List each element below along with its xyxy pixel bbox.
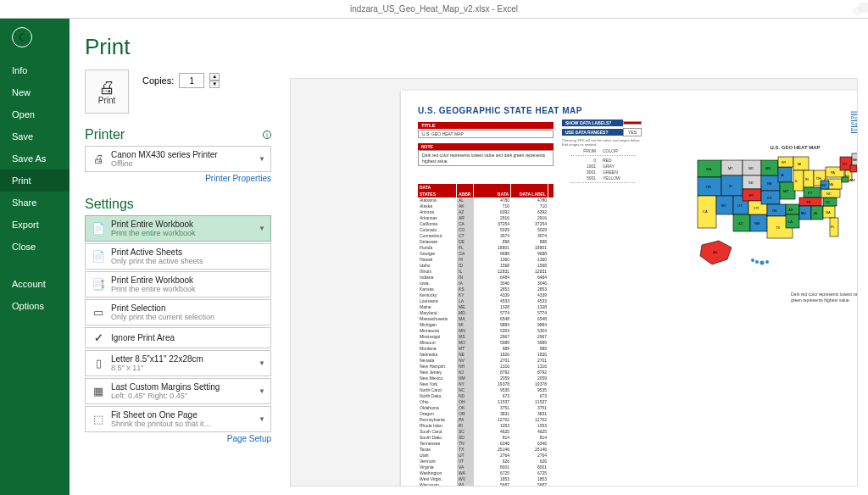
ext-link[interactable]: Product Page bbox=[851, 115, 858, 120]
table-row: WisconsinWI56875687 bbox=[418, 482, 554, 487]
printer-name: Canon MX430 series Printer bbox=[111, 150, 253, 159]
back-button[interactable] bbox=[12, 27, 32, 47]
sidebar-item-share[interactable]: Share bbox=[0, 192, 70, 214]
copies-down[interactable]: ▼ bbox=[209, 81, 220, 88]
back-arrow-icon bbox=[17, 32, 27, 42]
table-row: MontanaMT989989 bbox=[418, 346, 554, 352]
print-button[interactable]: 🖨 Print bbox=[85, 70, 129, 114]
ext-link[interactable]: Support Page bbox=[851, 121, 858, 126]
page-setup-link[interactable]: Page Setup bbox=[85, 434, 271, 443]
copies-up[interactable]: ▲ bbox=[209, 73, 220, 81]
title-strip-value: U.S. GEO HEAT MAP bbox=[418, 130, 554, 138]
sidebar-item-account[interactable]: Account bbox=[0, 273, 70, 295]
setting-2[interactable]: 📑 Print Entire WorkbookPrint the entire … bbox=[85, 271, 271, 298]
svg-point-89 bbox=[760, 261, 765, 265]
table-row: MissouriMO59895989 bbox=[418, 340, 554, 346]
note-head: NOTE bbox=[418, 143, 554, 150]
map-title: U.S. GEO HEAT MAP bbox=[689, 145, 858, 150]
copies-input[interactable] bbox=[179, 73, 204, 88]
svg-text:VA: VA bbox=[829, 182, 833, 186]
svg-text:SC: SC bbox=[826, 200, 831, 204]
table-row: Rhode Islan.RI10531053 bbox=[418, 423, 554, 429]
table-row: OhioOH1153711537 bbox=[418, 399, 554, 405]
table-row: AlaskaAK710710 bbox=[418, 203, 554, 209]
svg-rect-82 bbox=[850, 165, 857, 172]
sheet-title: U.S. GEOGRAPHIC STATE HEAT MAP bbox=[418, 106, 858, 115]
chevron-down-icon: ▼ bbox=[259, 387, 265, 395]
svg-text:AL: AL bbox=[814, 211, 819, 215]
svg-text:NY: NY bbox=[843, 162, 848, 166]
svg-text:WI: WI bbox=[782, 160, 786, 164]
table-row: KentuckyKY43394339 bbox=[418, 292, 554, 298]
table-row: KansasKS28532853 bbox=[418, 286, 554, 292]
svg-text:UT: UT bbox=[737, 203, 743, 208]
svg-text:KS: KS bbox=[767, 196, 772, 200]
table-row: West Virgin.WV18531853 bbox=[418, 476, 554, 482]
setting-5[interactable]: ▯ Letter 8.5"x11" 22x28cm8.5" x 11" ▼ bbox=[85, 350, 271, 376]
setting-icon: ▦ bbox=[91, 385, 106, 398]
external-links: www.indzara.comProduct PageSupport PageE… bbox=[851, 109, 858, 133]
table-row: VirginiaVA80018001 bbox=[418, 464, 554, 470]
sidebar-item-info[interactable]: Info bbox=[0, 59, 70, 81]
chevron-down-icon: ▼ bbox=[259, 225, 265, 232]
sidebar-item-new[interactable]: New bbox=[0, 81, 70, 103]
printer-status: Offline bbox=[111, 159, 253, 168]
table-row: ConnecticutCT35743574 bbox=[418, 233, 554, 239]
window-title: indzara_US_Geo_Heat_Map_v2.xlsx - Excel bbox=[350, 4, 518, 14]
setting-3[interactable]: ▭ Print SelectionOnly print the current … bbox=[85, 299, 271, 325]
table-row: MarylandMD57745774 bbox=[418, 310, 554, 316]
setting-7[interactable]: ⬚ Fit Sheet on One PageShrink the printo… bbox=[85, 406, 271, 432]
svg-text:NE: NE bbox=[767, 181, 772, 186]
ext-link[interactable]: Email bbox=[851, 127, 858, 132]
printer-section-label: Printer i bbox=[85, 127, 271, 142]
sidebar-item-print[interactable]: Print bbox=[0, 170, 70, 192]
printer-selector[interactable]: 🖨 Canon MX430 series Printer Offline ▼ bbox=[85, 146, 271, 172]
setting-icon: ⬚ bbox=[91, 413, 106, 425]
svg-point-90 bbox=[765, 260, 769, 264]
table-row: IowaIA30463046 bbox=[418, 281, 554, 286]
sidebar-item-export[interactable]: Export bbox=[0, 214, 70, 236]
setting-icon: 📄 bbox=[91, 222, 106, 235]
map-caption: Dark red color represents lowest value a… bbox=[791, 292, 858, 303]
svg-text:GA: GA bbox=[826, 210, 831, 214]
sidebar-item-save[interactable]: Save bbox=[0, 125, 70, 147]
table-row: AlabamaAL47804780 bbox=[418, 197, 554, 203]
svg-text:ND: ND bbox=[748, 166, 754, 170]
setting-icon: ▯ bbox=[91, 357, 106, 370]
table-row: LouisianaLA45334533 bbox=[418, 298, 554, 304]
setting-0[interactable]: 📄 Print Entire WorkbookPrint the entire … bbox=[85, 215, 271, 242]
svg-text:MS: MS bbox=[801, 211, 806, 215]
table-row: CaliforniaCA3725437254 bbox=[418, 221, 554, 227]
svg-text:MA: MA bbox=[857, 167, 858, 171]
sidebar-item-options[interactable]: Options bbox=[0, 295, 70, 317]
printer-icon: 🖨 bbox=[98, 79, 115, 96]
printer-properties-link[interactable]: Printer Properties bbox=[85, 174, 271, 183]
setting-6[interactable]: ▦ Last Custom Margins SettingLeft: 0.45"… bbox=[85, 378, 271, 404]
chevron-down-icon: ▼ bbox=[259, 415, 265, 423]
svg-text:TX: TX bbox=[776, 225, 780, 230]
sidebar-item-open[interactable]: Open bbox=[0, 103, 70, 125]
svg-text:ID: ID bbox=[729, 184, 732, 188]
svg-rect-44 bbox=[778, 157, 793, 167]
ext-link[interactable]: www.indzara.com bbox=[851, 109, 858, 114]
print-heading: Print bbox=[70, 19, 868, 69]
table-row: IllinoisIL1283112831 bbox=[418, 269, 554, 275]
svg-text:OR: OR bbox=[706, 185, 711, 189]
table-row: TennesseeTN63466346 bbox=[418, 441, 554, 447]
table-row: South Carol.SC46254625 bbox=[418, 429, 554, 435]
svg-text:ME: ME bbox=[853, 158, 858, 162]
svg-text:MO: MO bbox=[783, 189, 788, 193]
setting-4[interactable]: ✓ Ignore Print Area bbox=[85, 327, 271, 348]
us-heat-map: U.S. GEO HEAT MAP WA OR MT ID CA NV UT A… bbox=[689, 145, 858, 303]
table-row: MinnesotaMN53045304 bbox=[418, 328, 554, 334]
sidebar-item-save-as[interactable]: Save As bbox=[0, 147, 70, 170]
printer-info-icon[interactable]: i bbox=[263, 131, 271, 139]
svg-text:TN: TN bbox=[806, 200, 810, 204]
table-row: MississippiMS29672967 bbox=[418, 334, 554, 340]
svg-text:PA: PA bbox=[831, 170, 835, 175]
table-row: OregonOR38313831 bbox=[418, 411, 554, 417]
setting-1[interactable]: 📄 Print Active SheetsOnly print the acti… bbox=[85, 243, 271, 270]
table-row: New YorkNY1937819378 bbox=[418, 381, 554, 387]
sidebar-item-close[interactable]: Close bbox=[0, 236, 70, 258]
table-row: FloridaFL1880118801 bbox=[418, 245, 554, 251]
